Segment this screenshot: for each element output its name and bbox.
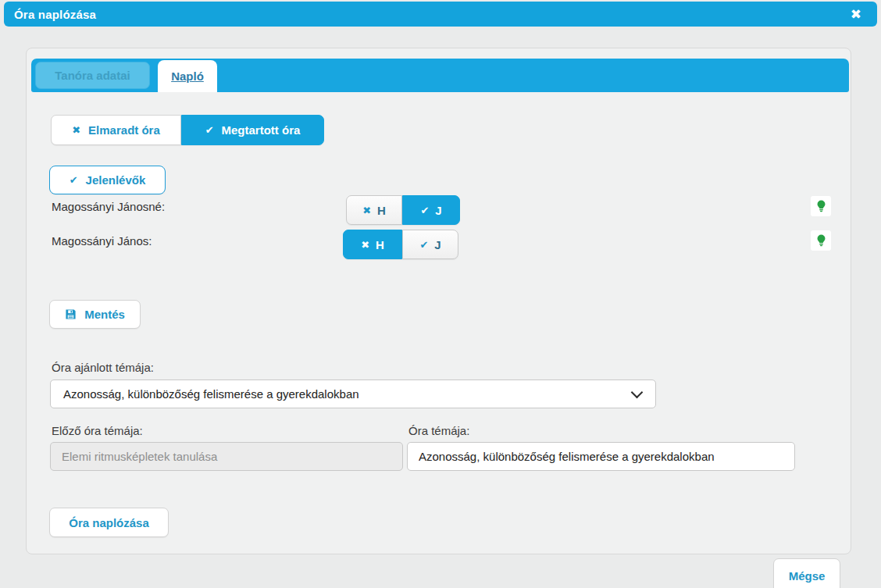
missed-lesson-label: Elmaradt óra: [88, 123, 160, 137]
absent-toggle[interactable]: ✖ H: [343, 230, 402, 259]
lesson-log-modal: Óra naplózása ✖ Tanóra adatai Napló ✖ El…: [0, 0, 881, 588]
absent-letter: H: [377, 204, 386, 217]
held-lesson-button[interactable]: ✔ Megtartott óra: [181, 115, 324, 145]
suggested-topic-select[interactable]: Azonosság, különbözőség felismerése a gy…: [50, 380, 656, 408]
check-icon: ✔: [420, 205, 429, 216]
presents-button[interactable]: ✔ Jelenlévők: [49, 166, 166, 194]
lightbulb-icon: [815, 234, 827, 247]
check-icon: ✔: [419, 240, 428, 250]
missed-lesson-button[interactable]: ✖ Elmaradt óra: [51, 115, 181, 145]
absent-letter: H: [376, 238, 384, 251]
tab-lesson-data[interactable]: Tanóra adatai: [35, 62, 150, 89]
tab-bar: Tanóra adatai Napló: [31, 59, 849, 92]
suggestion-bulb-button[interactable]: [811, 196, 831, 216]
selected-option-text: Azonosság, különbözőség felismerése a gy…: [63, 387, 633, 401]
check-icon: ✔: [70, 175, 78, 185]
save-label: Mentés: [84, 308, 125, 321]
cancel-button[interactable]: Mégse: [773, 558, 840, 588]
floppy-disk-icon: [65, 308, 77, 320]
suggestion-bulb-button[interactable]: [811, 230, 831, 251]
cross-icon: ✖: [362, 205, 371, 216]
absent-toggle[interactable]: ✖ H: [346, 195, 402, 225]
cross-icon: ✖: [361, 240, 369, 250]
presents-label: Jelenlévők: [86, 173, 146, 187]
modal-title: Óra naplózása: [14, 8, 96, 21]
cross-icon: ✖: [72, 125, 80, 135]
topic-label: Óra témája:: [408, 424, 469, 437]
suggested-topic-label: Óra ajánlott témája:: [52, 361, 154, 374]
student-name: Magossányi Jánosné:: [52, 200, 165, 213]
close-icon[interactable]: ✖: [846, 2, 866, 27]
student-name: Magossányi János:: [52, 234, 152, 248]
previous-topic-input: [50, 442, 403, 471]
log-lesson-button[interactable]: Óra naplózása: [49, 508, 169, 537]
cancel-label: Mégse: [789, 569, 826, 583]
check-icon: ✔: [205, 125, 214, 135]
tab-journal[interactable]: Napló: [158, 60, 217, 92]
present-toggle[interactable]: ✔ J: [402, 195, 460, 225]
log-lesson-label: Óra naplózása: [69, 516, 149, 529]
save-button[interactable]: Mentés: [49, 300, 141, 329]
lightbulb-icon: [815, 200, 827, 212]
chevron-down-icon: [631, 386, 644, 398]
previous-topic-label: Előző óra témája:: [52, 424, 143, 437]
present-letter: J: [435, 204, 441, 217]
present-letter: J: [434, 238, 440, 251]
held-lesson-label: Megtartott óra: [222, 123, 301, 137]
topic-input[interactable]: [407, 442, 795, 471]
modal-header: Óra naplózása ✖: [4, 2, 877, 27]
present-toggle[interactable]: ✔ J: [402, 230, 458, 259]
